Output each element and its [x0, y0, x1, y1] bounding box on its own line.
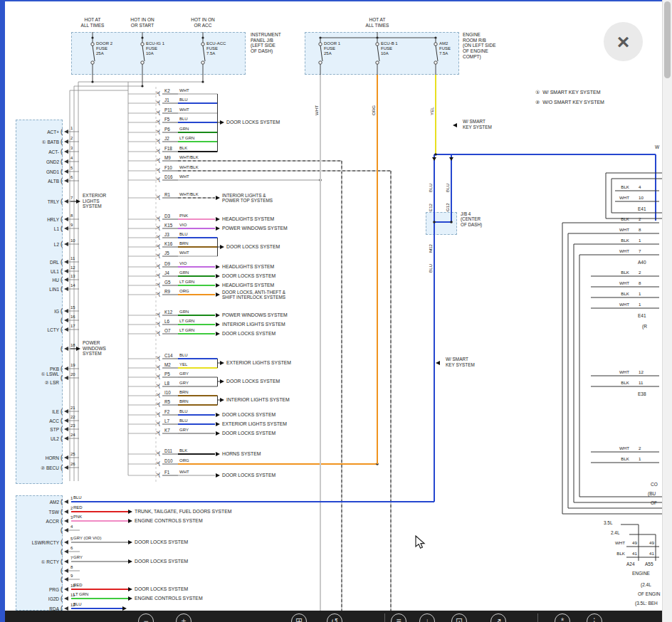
arrowhead [64, 376, 68, 380]
arrowhead [64, 159, 68, 164]
arrowhead [216, 313, 220, 317]
arrowhead [128, 519, 132, 523]
arrowhead [453, 123, 457, 127]
arrowhead [64, 569, 68, 573]
fuse-terminal [376, 43, 379, 46]
scrollbar[interactable] [662, 0, 672, 622]
arrowhead [64, 596, 68, 601]
arrowhead [216, 226, 220, 231]
arrowhead [220, 361, 224, 365]
arrowhead [64, 367, 68, 371]
arrowhead [64, 179, 68, 183]
wiring-diagram-canvas [0, 0, 672, 622]
arrowhead [64, 226, 68, 231]
wire-segment [93, 46, 95, 61]
arrowhead [216, 265, 220, 269]
junction-dot [450, 221, 453, 223]
arrowhead [64, 242, 68, 246]
arrowhead [64, 519, 68, 523]
close-icon: × [617, 31, 630, 53]
scrollbar-thumb[interactable] [664, 1, 671, 78]
diagram-viewer: INSTRUMENT PANEL J/B (LEFT SIDE OF DASH)… [0, 0, 672, 622]
wire-segment [436, 46, 438, 61]
arrowhead [216, 217, 220, 221]
arrowhead [216, 452, 220, 456]
arrowhead [216, 292, 220, 297]
bottom-toolbar: −+⊞↺≡↓⊡↗*⋮ [5, 611, 662, 622]
toolbar-share-button[interactable]: ↗ [490, 613, 506, 622]
toolbar-more-button[interactable]: ⋮ [587, 613, 602, 622]
arrowhead [64, 278, 68, 282]
junction-dot [201, 80, 204, 83]
mouse-cursor [415, 535, 426, 549]
arrowhead [64, 549, 68, 554]
arrowhead [436, 361, 440, 365]
arrowhead [64, 418, 68, 423]
arrowhead [64, 260, 68, 264]
arrowhead [64, 217, 68, 221]
toolbar-zoom-out-button[interactable]: − [138, 613, 154, 622]
junction-dot [91, 36, 93, 38]
arrowhead [64, 309, 68, 313]
arrowhead [216, 283, 220, 288]
close-button[interactable]: × [604, 22, 643, 61]
toolbar-print-button[interactable]: ⊡ [451, 613, 467, 622]
toolbar-fit-page-button[interactable]: ⊞ [291, 613, 307, 622]
fuse-terminal [319, 61, 322, 64]
toolbar-divider [537, 613, 538, 622]
toolbar-settings-button[interactable]: * [555, 613, 570, 622]
arrowhead [64, 540, 68, 544]
arrowhead [64, 528, 68, 532]
arrowhead [216, 196, 220, 200]
arrowhead [216, 473, 220, 478]
arrowhead [216, 322, 220, 327]
arrowhead [64, 559, 68, 564]
arrowhead [216, 422, 220, 426]
arrowhead [64, 436, 68, 441]
arrowhead [64, 139, 68, 144]
arrowhead [64, 130, 68, 134]
fuse-terminal [91, 61, 94, 64]
fuse-terminal [201, 43, 204, 46]
fuse-terminal [91, 43, 94, 46]
junction-dot [201, 36, 204, 38]
fuse-terminal [319, 43, 322, 46]
arrowhead [449, 157, 453, 161]
junction-dot [91, 80, 93, 83]
arrowhead [216, 413, 220, 417]
toolbar-download-button[interactable]: ↓ [419, 613, 435, 622]
arrowhead [220, 120, 224, 125]
arrowhead [64, 347, 68, 351]
junction-dot [433, 221, 436, 223]
toolbar-pages-button[interactable]: ≡ [391, 613, 406, 622]
arrowhead [216, 431, 220, 436]
toolbar-zoom-in-button[interactable]: + [176, 613, 191, 622]
wire-segment [142, 46, 145, 61]
wire-segment [377, 46, 379, 61]
arrowhead [128, 559, 132, 564]
arrowhead [64, 269, 68, 273]
arrowhead [64, 409, 68, 413]
fuse-terminal [376, 61, 379, 64]
wire-segment [320, 46, 322, 61]
junction-dot [141, 85, 143, 87]
toolbar-rotate-button[interactable]: ↺ [327, 613, 342, 622]
fuse-terminal [141, 43, 144, 46]
fuse-terminal [201, 61, 204, 64]
junction-dot [141, 36, 143, 38]
window-left-border [0, 0, 5, 622]
arrowhead [64, 510, 68, 514]
arrowhead [64, 199, 68, 204]
arrowhead [64, 577, 68, 581]
arrowhead [64, 455, 68, 460]
arrowhead [64, 327, 68, 332]
toolbar-divider [384, 613, 385, 622]
arrowhead [64, 465, 68, 470]
arrowhead [128, 587, 132, 591]
arrowhead [432, 157, 436, 161]
arrowhead [64, 149, 68, 154]
fuse-terminal [434, 43, 437, 46]
fuse-terminal [141, 61, 144, 64]
junction-dot [434, 153, 437, 156]
window-top-border [0, 0, 672, 1]
